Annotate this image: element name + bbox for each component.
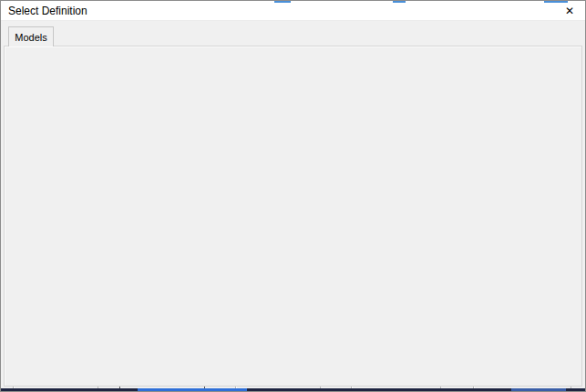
background-artifact [1, 388, 585, 391]
background-artifact [274, 1, 291, 3]
titlebar[interactable]: Select Definition ✕ [1, 1, 585, 21]
tab-models-label: Models [15, 32, 46, 43]
tab-page [4, 46, 582, 387]
tab-models[interactable]: Models [8, 26, 54, 46]
close-icon[interactable]: ✕ [554, 1, 585, 21]
background-artifact [544, 1, 568, 3]
select-definition-dialog: Select Definition ✕ Models Search Parame… [0, 0, 586, 392]
background-artifact [138, 388, 247, 391]
background-artifact [511, 388, 566, 391]
window-title: Select Definition [1, 5, 87, 17]
background-artifact [393, 1, 406, 3]
